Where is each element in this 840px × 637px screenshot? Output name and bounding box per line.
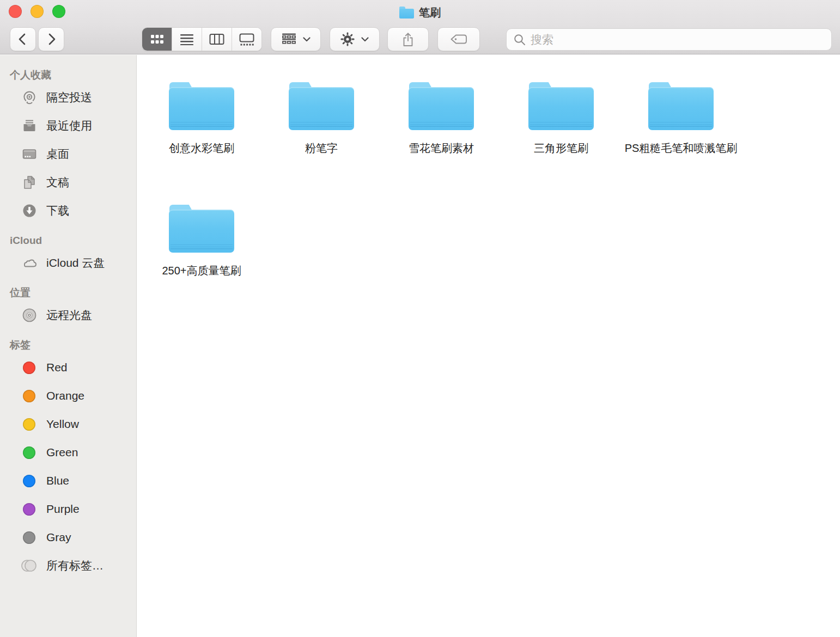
icon-grid: 创意水彩笔刷 粉笔字 雪花笔刷素材 三角形笔刷 PS粗糙毛笔和喷溅笔刷 250+… <box>137 55 745 327</box>
chevron-left-icon <box>17 33 29 46</box>
chevron-right-icon <box>45 33 57 46</box>
sidebar-item-remote-disc[interactable]: 远程光盘 <box>0 301 136 329</box>
recents-icon <box>21 117 38 134</box>
folder-item[interactable]: 创意水彩笔刷 <box>142 82 261 205</box>
share-icon <box>401 32 415 47</box>
gallery-view-button[interactable] <box>232 28 261 51</box>
folder-item[interactable]: 雪花笔刷素材 <box>381 82 501 205</box>
tag-yellow-icon <box>23 418 35 431</box>
view-switcher <box>142 27 262 51</box>
disc-icon <box>21 307 38 324</box>
search-icon <box>513 33 526 46</box>
list-view-icon <box>180 33 194 45</box>
sidebar-item-label: 下载 <box>46 203 69 218</box>
sidebar-item-label: 桌面 <box>46 146 69 162</box>
folder-name: 创意水彩笔刷 <box>169 140 234 157</box>
sidebar-item-icloud-drive[interactable]: iCloud 云盘 <box>0 249 136 277</box>
folder-icon <box>409 82 474 130</box>
documents-icon <box>21 174 38 191</box>
column-view-icon <box>209 33 224 45</box>
tag-icon <box>449 33 468 45</box>
sidebar-item-label: Purple <box>46 503 80 516</box>
sidebar-item-tag-yellow[interactable]: Yellow <box>0 410 136 438</box>
sidebar-item-recents[interactable]: 最近使用 <box>0 112 136 140</box>
tag-green-icon <box>23 446 35 459</box>
window-header: 笔刷 <box>0 0 840 54</box>
sidebar-item-tag-gray[interactable]: Gray <box>0 523 136 552</box>
sidebar-section-icloud: iCloud <box>10 232 136 249</box>
folder-icon <box>169 205 234 253</box>
folder-icon <box>399 7 414 19</box>
folder-name: 三角形笔刷 <box>534 140 588 157</box>
back-button[interactable] <box>10 27 36 51</box>
folder-contents: 创意水彩笔刷 粉笔字 雪花笔刷素材 三角形笔刷 PS粗糙毛笔和喷溅笔刷 250+… <box>137 55 840 637</box>
sidebar-item-documents[interactable]: 文稿 <box>0 168 136 197</box>
folder-item[interactable]: 三角形笔刷 <box>501 82 621 205</box>
sidebar-item-all-tags[interactable]: 所有标签… <box>0 552 136 580</box>
folder-icon <box>289 82 354 130</box>
all-tags-icon <box>21 557 38 574</box>
sidebar-item-label: Red <box>46 361 68 374</box>
tag-blue-icon <box>23 475 35 487</box>
folder-name: PS粗糙毛笔和喷溅笔刷 <box>625 140 738 157</box>
sidebar-item-label: iCloud 云盘 <box>46 255 105 271</box>
sidebar-item-label: 所有标签… <box>46 558 104 573</box>
group-button[interactable] <box>271 27 321 51</box>
sidebar-item-tag-red[interactable]: Red <box>0 353 136 382</box>
search-input[interactable] <box>531 33 825 46</box>
sidebar-item-label: 最近使用 <box>46 118 92 133</box>
folder-item[interactable]: 粉笔字 <box>261 82 381 205</box>
airdrop-icon <box>21 89 38 106</box>
tag-button[interactable] <box>437 27 480 51</box>
sidebar-item-label: Green <box>46 446 78 459</box>
gallery-view-icon <box>239 33 254 46</box>
list-view-button[interactable] <box>172 28 202 51</box>
sidebar-item-airdrop[interactable]: 隔空投送 <box>0 83 136 112</box>
sidebar-item-label: Gray <box>46 531 71 544</box>
folder-name: 雪花笔刷素材 <box>409 140 474 157</box>
column-view-button[interactable] <box>202 28 232 51</box>
cloud-icon <box>21 254 38 272</box>
tag-orange-icon <box>23 390 35 402</box>
icon-view-button[interactable] <box>142 28 172 51</box>
desktop-icon <box>21 145 38 163</box>
gear-icon <box>340 32 355 46</box>
sidebar-item-label: Orange <box>46 389 84 402</box>
tag-gray-icon <box>23 531 35 544</box>
tag-red-icon <box>23 362 35 374</box>
sidebar-item-tag-blue[interactable]: Blue <box>0 467 136 495</box>
sidebar-item-tag-green[interactable]: Green <box>0 438 136 467</box>
chevron-down-icon <box>303 37 311 42</box>
chevron-down-icon <box>361 37 369 42</box>
sidebar-item-tag-orange[interactable]: Orange <box>0 382 136 410</box>
grid-view-icon <box>150 33 165 46</box>
search-field <box>506 28 832 51</box>
share-button[interactable] <box>387 27 429 51</box>
action-button[interactable] <box>330 27 380 51</box>
sidebar-item-tag-purple[interactable]: Purple <box>0 495 136 523</box>
folder-name: 粉笔字 <box>305 140 338 157</box>
sidebar-section-tags: 标签 <box>10 337 136 353</box>
folder-icon <box>648 82 714 130</box>
folder-item[interactable]: PS粗糙毛笔和喷溅笔刷 <box>621 82 741 205</box>
sidebar-item-label: Blue <box>46 474 69 487</box>
sidebar-section-locations: 位置 <box>10 285 136 301</box>
sidebar: 个人收藏 隔空投送 最近使用 <box>0 55 137 637</box>
sidebar-item-desktop[interactable]: 桌面 <box>0 140 136 168</box>
sidebar-section-favorites: 个人收藏 <box>10 67 136 83</box>
folder-icon <box>528 82 594 130</box>
sidebar-item-downloads[interactable]: 下载 <box>0 197 136 225</box>
window-title: 笔刷 <box>419 5 441 20</box>
sidebar-item-label: Yellow <box>46 418 79 431</box>
folder-item[interactable]: 250+高质量笔刷 <box>142 205 261 327</box>
folder-name: 250+高质量笔刷 <box>162 262 241 279</box>
window-title-area: 笔刷 <box>0 4 840 21</box>
group-by-icon <box>282 33 296 45</box>
sidebar-item-label: 文稿 <box>46 175 69 190</box>
sidebar-item-label: 远程光盘 <box>46 308 92 323</box>
folder-icon <box>169 82 234 130</box>
forward-button[interactable] <box>38 27 64 51</box>
downloads-icon <box>21 202 38 219</box>
sidebar-item-label: 隔空投送 <box>46 90 92 105</box>
tag-purple-icon <box>23 503 35 516</box>
